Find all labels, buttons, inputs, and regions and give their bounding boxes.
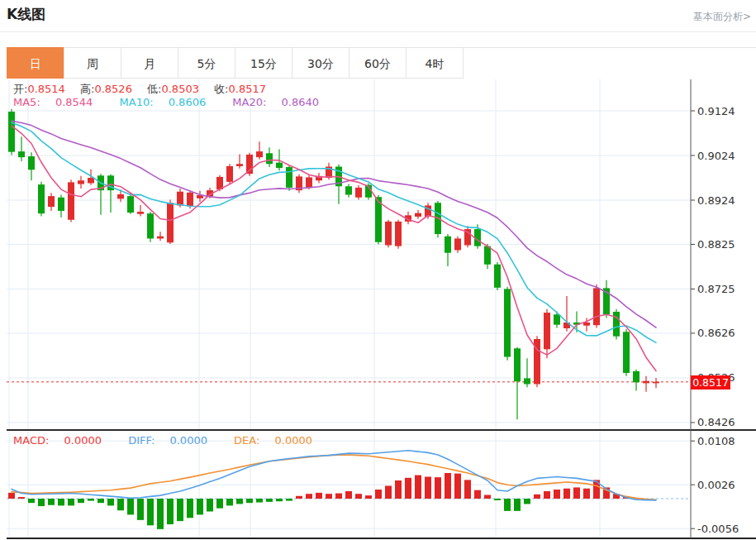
- candle-body[interactable]: [157, 237, 164, 239]
- macd-histogram-bar[interactable]: [286, 499, 292, 501]
- candle-body[interactable]: [88, 178, 94, 183]
- candle-body[interactable]: [127, 196, 134, 213]
- macd-histogram-bar[interactable]: [296, 496, 302, 499]
- candle-body[interactable]: [345, 186, 352, 194]
- candle-body[interactable]: [445, 237, 451, 253]
- macd-histogram-bar[interactable]: [544, 491, 550, 499]
- macd-histogram-bar[interactable]: [326, 494, 332, 499]
- macd-histogram-bar[interactable]: [167, 499, 174, 524]
- macd-histogram-bar[interactable]: [177, 499, 183, 521]
- macd-histogram-bar[interactable]: [157, 499, 164, 529]
- macd-histogram-bar[interactable]: [395, 480, 402, 499]
- macd-histogram-bar[interactable]: [58, 499, 64, 505]
- candle-body[interactable]: [653, 382, 659, 384]
- candle-body[interactable]: [117, 194, 124, 198]
- macd-histogram-bar[interactable]: [355, 494, 362, 499]
- candle-body[interactable]: [385, 222, 392, 246]
- macd-histogram-bar[interactable]: [216, 499, 223, 509]
- macd-histogram-bar[interactable]: [18, 497, 25, 499]
- candle-body[interactable]: [187, 193, 193, 207]
- candle-body[interactable]: [514, 348, 521, 381]
- macd-histogram-bar[interactable]: [78, 499, 84, 503]
- macd-histogram-bar[interactable]: [97, 499, 104, 503]
- candle-body[interactable]: [504, 289, 511, 356]
- candle-body[interactable]: [276, 163, 283, 168]
- candle-body[interactable]: [544, 313, 550, 349]
- macd-histogram-bar[interactable]: [137, 499, 144, 520]
- candle-body[interactable]: [256, 151, 263, 157]
- candle-body[interactable]: [613, 312, 620, 337]
- candle-body[interactable]: [226, 166, 233, 182]
- candle-body[interactable]: [18, 151, 25, 157]
- macd-histogram-bar[interactable]: [464, 480, 471, 499]
- candle-body[interactable]: [177, 192, 183, 206]
- candle-body[interactable]: [593, 288, 600, 325]
- macd-histogram-bar[interactable]: [365, 495, 372, 499]
- candle-body[interactable]: [454, 238, 461, 250]
- macd-histogram-bar[interactable]: [266, 499, 273, 502]
- candle-body[interactable]: [494, 265, 501, 288]
- macd-histogram-bar[interactable]: [88, 499, 94, 501]
- macd-histogram-bar[interactable]: [147, 499, 154, 525]
- candle-body[interactable]: [355, 188, 362, 198]
- macd-histogram-bar[interactable]: [68, 499, 74, 505]
- macd-histogram-bar[interactable]: [345, 491, 352, 499]
- candle-body[interactable]: [137, 212, 144, 214]
- macd-histogram-bar[interactable]: [117, 499, 124, 510]
- macd-histogram-bar[interactable]: [415, 475, 421, 499]
- candle-body[interactable]: [415, 213, 421, 217]
- candle-body[interactable]: [524, 378, 530, 384]
- macd-histogram-bar[interactable]: [38, 499, 45, 506]
- macd-histogram-bar[interactable]: [405, 478, 411, 499]
- macd-histogram-bar[interactable]: [256, 499, 263, 503]
- macd-histogram-bar[interactable]: [583, 489, 590, 499]
- macd-histogram-bar[interactable]: [316, 493, 322, 499]
- macd-histogram-bar[interactable]: [425, 477, 431, 499]
- candle-body[interactable]: [48, 196, 55, 207]
- kline-chart-canvas[interactable]: 0.91240.90240.89240.88250.87250.86260.85…: [0, 0, 756, 540]
- candle-body[interactable]: [266, 153, 273, 164]
- macd-histogram-bar[interactable]: [554, 490, 560, 499]
- candle-body[interactable]: [554, 314, 560, 324]
- macd-histogram-bar[interactable]: [187, 499, 193, 518]
- macd-histogram-bar[interactable]: [197, 499, 203, 514]
- macd-histogram-bar[interactable]: [375, 490, 382, 499]
- macd-histogram-bar[interactable]: [484, 495, 491, 499]
- candle-body[interactable]: [78, 180, 84, 184]
- macd-histogram-bar[interactable]: [573, 487, 580, 499]
- macd-histogram-bar[interactable]: [246, 499, 253, 503]
- candle-body[interactable]: [167, 203, 174, 242]
- macd-histogram-bar[interactable]: [107, 499, 114, 505]
- macd-histogram-bar[interactable]: [276, 499, 283, 501]
- candle-body[interactable]: [58, 198, 64, 211]
- macd-histogram-bar[interactable]: [385, 485, 392, 499]
- candle-body[interactable]: [484, 246, 491, 265]
- macd-histogram-bar[interactable]: [306, 494, 312, 499]
- candle-body[interactable]: [306, 177, 312, 187]
- macd-histogram-bar[interactable]: [454, 474, 461, 499]
- macd-histogram-bar[interactable]: [207, 499, 213, 512]
- macd-histogram-bar[interactable]: [474, 490, 481, 499]
- candle-body[interactable]: [286, 167, 292, 188]
- macd-histogram-bar[interactable]: [435, 477, 441, 499]
- candle-body[interactable]: [8, 112, 15, 152]
- macd-histogram-bar[interactable]: [127, 499, 134, 514]
- candle-body[interactable]: [643, 381, 649, 384]
- candle-body[interactable]: [623, 332, 630, 373]
- candle-body[interactable]: [28, 156, 35, 170]
- macd-histogram-bar[interactable]: [524, 499, 530, 504]
- macd-histogram-bar[interactable]: [48, 499, 55, 505]
- macd-histogram-bar[interactable]: [226, 499, 233, 505]
- candle-body[interactable]: [395, 222, 402, 246]
- macd-histogram-bar[interactable]: [494, 499, 501, 500]
- macd-histogram-bar[interactable]: [236, 499, 243, 504]
- macd-histogram-bar[interactable]: [514, 499, 521, 511]
- candle-body[interactable]: [68, 182, 74, 219]
- candle-body[interactable]: [583, 323, 590, 326]
- candle-body[interactable]: [147, 213, 154, 238]
- candle-body[interactable]: [236, 164, 243, 166]
- macd-histogram-bar[interactable]: [28, 499, 35, 503]
- candle-body[interactable]: [38, 184, 45, 213]
- macd-histogram-bar[interactable]: [563, 489, 570, 499]
- macd-histogram-bar[interactable]: [534, 495, 540, 499]
